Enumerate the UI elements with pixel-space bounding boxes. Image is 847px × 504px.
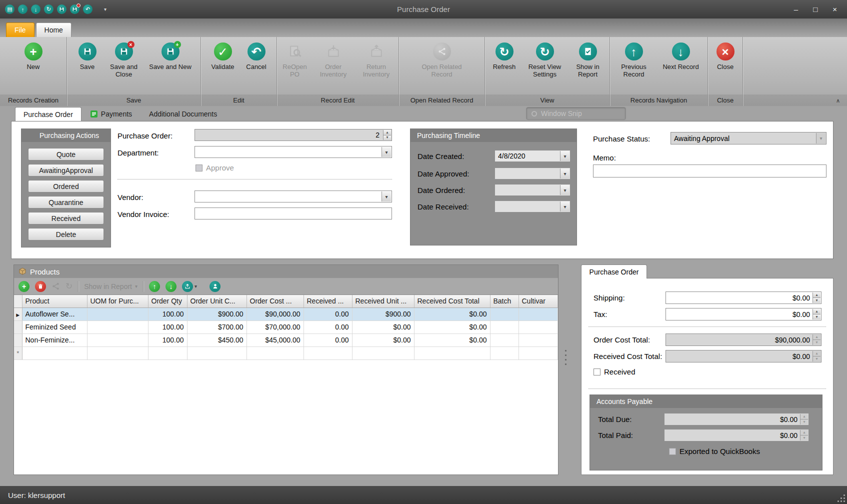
reopen-po-button[interactable]: ReOpen PO — [278, 42, 312, 78]
cell[interactable] — [518, 334, 558, 346]
cell[interactable]: Non-Feminize... — [22, 334, 87, 346]
column-header-received-qty[interactable]: Received ... — [304, 295, 352, 308]
next-record-button[interactable]: ↓ Next Record — [656, 42, 706, 78]
purchase-status-combo[interactable]: Awaiting Approval ▾ — [670, 132, 826, 144]
shipping-spinner[interactable]: ▴▾ — [812, 292, 820, 303]
date-approved-field[interactable]: ▾ — [494, 168, 570, 180]
column-header-product[interactable]: Product — [22, 295, 87, 308]
column-header-received-unit-cost[interactable]: Received Unit ... — [352, 295, 414, 308]
table-row[interactable]: Feminized Seed 100.00 $700.00 $70,000.00… — [14, 320, 558, 334]
collapse-ribbon-chevron-icon[interactable]: ∧ — [836, 98, 840, 104]
new-button[interactable]: + New — [16, 42, 52, 78]
exported-to-quickbooks-checkbox[interactable] — [669, 448, 676, 455]
awaiting-approval-button[interactable]: AwaitingApproval — [28, 164, 104, 176]
open-related-record-button[interactable]: Open Related Record — [413, 42, 471, 78]
tax-field[interactable]: $0.00 ▴▾ — [666, 308, 822, 320]
cell[interactable] — [87, 334, 148, 346]
cell[interactable] — [518, 308, 558, 320]
close-record-button[interactable]: × Close — [710, 42, 740, 78]
doc-tab-purchase-order[interactable]: Purchase Order — [15, 107, 82, 121]
tab-home[interactable]: Home — [36, 22, 72, 37]
resize-grip[interactable] — [838, 494, 845, 502]
qat-next-record-icon[interactable]: ↓ — [31, 4, 40, 14]
cell[interactable] — [490, 334, 518, 346]
approve-checkbox[interactable] — [196, 164, 202, 172]
received-checkbox[interactable] — [594, 368, 600, 376]
refresh-button[interactable]: ↻ Refresh — [488, 42, 521, 78]
cell[interactable]: 100.00 — [148, 308, 187, 320]
row-selector[interactable]: ▶ — [14, 308, 22, 320]
delete-button[interactable]: Delete — [28, 228, 104, 240]
table-row[interactable]: ▶ Autoflower Se... 100.00 $900.00 $90,00… — [14, 308, 558, 320]
cell[interactable]: 0.00 — [304, 320, 352, 334]
ordered-button[interactable]: Ordered — [28, 180, 104, 192]
panel-splitter[interactable] — [565, 350, 566, 365]
row-selector[interactable] — [14, 334, 22, 346]
date-received-dropdown-button[interactable]: ▾ — [560, 202, 570, 212]
tax-spinner[interactable]: ▴▾ — [812, 309, 820, 320]
date-created-dropdown-button[interactable]: ▾ — [560, 151, 570, 161]
column-header-order-cost-total[interactable]: Order Cost ... — [246, 295, 304, 308]
cell[interactable] — [87, 308, 148, 320]
maximize-button[interactable]: □ — [813, 5, 818, 14]
cell[interactable] — [87, 320, 148, 334]
export-caret-icon[interactable]: ▾ — [194, 284, 197, 289]
cell[interactable]: 100.00 — [148, 320, 187, 334]
grid-new-row[interactable]: * — [14, 346, 558, 360]
date-ordered-dropdown-button[interactable]: ▾ — [560, 185, 570, 195]
cell[interactable] — [187, 346, 246, 360]
order-inventory-button[interactable]: Order Inventory — [312, 42, 354, 78]
cell[interactable]: $900.00 — [352, 308, 414, 320]
cell[interactable] — [518, 346, 558, 360]
received-button[interactable]: Received — [28, 212, 104, 224]
cell[interactable]: $0.00 — [352, 334, 414, 346]
qat-document-icon[interactable]: ▤ — [5, 4, 14, 14]
purchase-order-number-field[interactable]: 2 ▴▾ — [194, 129, 392, 141]
cell[interactable] — [87, 346, 148, 360]
column-header-order-unit-cost[interactable]: Order Unit C... — [187, 295, 246, 308]
cell[interactable]: 100.00 — [148, 334, 187, 346]
add-row-button[interactable]: + — [18, 281, 30, 292]
cell[interactable] — [518, 320, 558, 334]
cell[interactable]: $45,000.00 — [246, 334, 304, 346]
purchase-order-number-spinner[interactable]: ▴▾ — [383, 130, 391, 140]
reset-view-settings-button[interactable]: ↻ Reset View Settings — [522, 42, 568, 78]
cell[interactable] — [148, 346, 187, 360]
qat-customize-caret-icon[interactable]: ▾ — [104, 6, 106, 12]
cell[interactable] — [22, 346, 87, 360]
grid-selector-header[interactable] — [14, 295, 22, 308]
cell[interactable]: $900.00 — [187, 308, 246, 320]
cell[interactable]: $0.00 — [414, 334, 490, 346]
cell[interactable] — [352, 346, 414, 360]
cell[interactable]: $0.00 — [414, 320, 490, 334]
column-header-cultivar[interactable]: Cultivar — [518, 295, 558, 308]
row-selector[interactable]: * — [14, 346, 22, 360]
cell[interactable]: 0.00 — [304, 334, 352, 346]
open-record-button[interactable]: ↻ — [66, 281, 72, 292]
date-created-field[interactable]: 4/8/2020 ▾ — [494, 150, 570, 162]
cell[interactable] — [246, 346, 304, 360]
delete-row-button[interactable] — [35, 281, 46, 292]
cell[interactable]: $0.00 — [414, 308, 490, 320]
cell[interactable]: $450.00 — [187, 334, 246, 346]
vendor-invoice-input[interactable] — [194, 208, 392, 220]
qat-save-and-close-icon[interactable] — [70, 4, 80, 14]
cell[interactable]: $0.00 — [352, 320, 414, 334]
column-header-uom[interactable]: UOM for Purc... — [87, 295, 148, 308]
cancel-button[interactable]: ↶ Cancel — [241, 42, 272, 78]
column-header-batch[interactable]: Batch — [490, 295, 518, 308]
cell[interactable] — [304, 346, 352, 360]
date-ordered-field[interactable]: ▾ — [494, 184, 570, 196]
doc-tab-additional-documents[interactable]: Additional Documents — [141, 107, 225, 121]
cell[interactable] — [414, 346, 490, 360]
cell[interactable] — [490, 308, 518, 320]
date-received-field[interactable]: ▾ — [494, 200, 570, 212]
cell[interactable]: $70,000.00 — [246, 320, 304, 334]
column-header-order-qty[interactable]: Order Qty — [148, 295, 187, 308]
cell[interactable]: 0.00 — [304, 308, 352, 320]
export-button[interactable] — [182, 281, 193, 292]
department-combo[interactable]: ▾ — [194, 146, 392, 158]
memo-input[interactable] — [593, 164, 826, 178]
doc-tab-payments[interactable]: Payments — [82, 107, 140, 121]
save-and-close-button[interactable]: × Save and Close — [104, 42, 144, 78]
